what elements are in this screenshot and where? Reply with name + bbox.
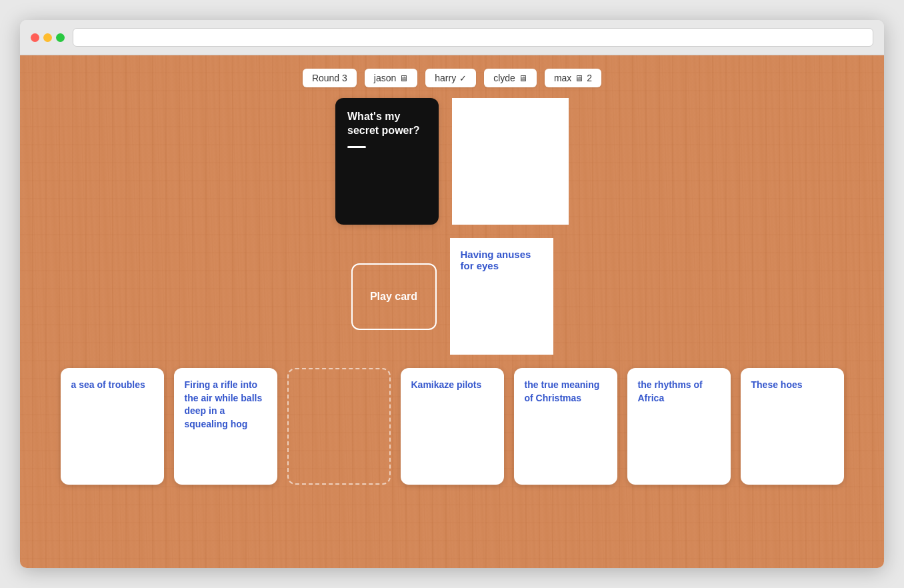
- game-area: Round 3 jason 🖥 harry ✓ clyde 🖥 max 🖥 2: [20, 55, 884, 568]
- browser-chrome: [20, 20, 884, 55]
- round-badge: Round 3: [303, 69, 357, 87]
- harry-icon: ✓: [459, 73, 467, 83]
- jason-icon: 🖥: [399, 73, 408, 83]
- middle-row: Play card Having anuses for eyes: [20, 238, 884, 368]
- player-clyde: clyde 🖥: [484, 69, 537, 87]
- hand-card-7[interactable]: These hoes: [741, 368, 844, 485]
- hand-row: a sea of troubles Firing a rifle into th…: [20, 368, 884, 485]
- hand-card-4[interactable]: Kamikaze pilots: [401, 368, 504, 485]
- jason-name: jason: [374, 73, 396, 83]
- player-jason: jason 🖥: [365, 69, 417, 87]
- max-name: max: [554, 73, 571, 83]
- answer-card: Having anuses for eyes: [450, 238, 553, 355]
- hand-card-empty-slot: [287, 368, 391, 485]
- clyde-name: clyde: [493, 73, 515, 83]
- traffic-lights: [31, 33, 65, 42]
- hand-card-1[interactable]: a sea of troubles: [61, 368, 164, 485]
- play-card-button[interactable]: Play card: [351, 263, 437, 330]
- maximize-button[interactable]: [56, 33, 65, 42]
- top-bar: Round 3 jason 🖥 harry ✓ clyde 🖥 max 🖥 2: [20, 55, 884, 98]
- max-score: 2: [587, 73, 592, 83]
- round-label: Round 3: [312, 73, 347, 83]
- white-played-card: [452, 98, 569, 225]
- minimize-button[interactable]: [43, 33, 52, 42]
- player-harry: harry ✓: [425, 69, 476, 87]
- black-card-text: What's my secret power?: [347, 110, 427, 138]
- clyde-icon: 🖥: [519, 73, 527, 83]
- hand-card-2[interactable]: Firing a rifle into the air while balls …: [174, 368, 277, 485]
- player-max: max 🖥 2: [545, 69, 601, 87]
- hand-card-5[interactable]: the true meaning of Christmas: [514, 368, 617, 485]
- answer-card-text: Having anuses for eyes: [461, 249, 543, 271]
- hand-card-6[interactable]: the rhythms of Africa: [627, 368, 731, 485]
- harry-name: harry: [435, 73, 456, 83]
- address-bar[interactable]: [73, 28, 873, 47]
- card-area: What's my secret power?: [20, 98, 884, 238]
- black-question-card: What's my secret power?: [335, 98, 439, 225]
- close-button[interactable]: [31, 33, 39, 42]
- max-icon: 🖥: [575, 73, 583, 83]
- browser-window: Round 3 jason 🖥 harry ✓ clyde 🖥 max 🖥 2: [20, 20, 884, 568]
- card-dash: [347, 146, 366, 148]
